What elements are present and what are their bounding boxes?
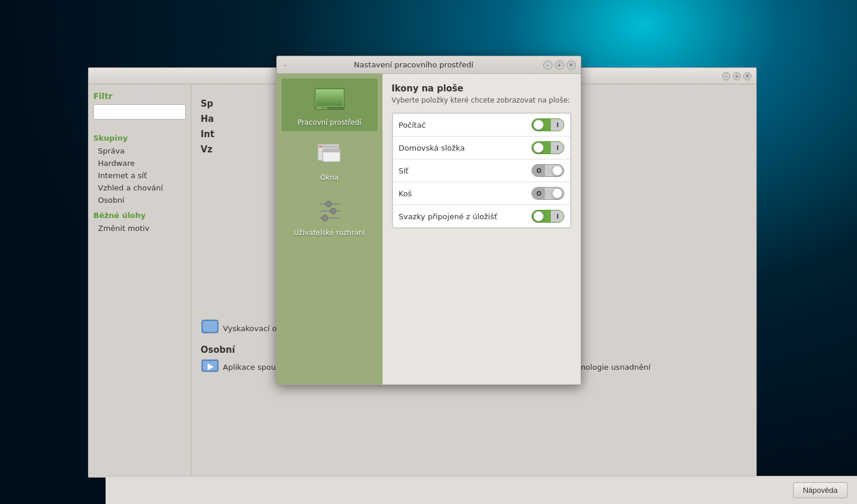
svg-rect-35 bbox=[316, 107, 322, 109]
modal-overlay: – Nastavení pracovního prostředí – + ✕ bbox=[0, 0, 857, 504]
svg-point-48 bbox=[322, 215, 328, 221]
toggle-row-kos: Koš O bbox=[392, 182, 571, 205]
modal-right-panel: Ikony na ploše Vyberte položky které chc… bbox=[382, 74, 581, 384]
toggle-row-svazky: Svazky připojené z úložišť I bbox=[392, 205, 571, 228]
modal-footer: Nápověda bbox=[106, 476, 857, 504]
svg-rect-42 bbox=[323, 149, 340, 152]
sit-toggle-label: O bbox=[537, 168, 542, 174]
svg-point-46 bbox=[330, 208, 336, 214]
desktop-env-icon bbox=[313, 83, 346, 116]
help-button[interactable]: Nápověda bbox=[793, 482, 848, 498]
sit-knob bbox=[552, 165, 563, 176]
svazky-knob bbox=[533, 211, 544, 222]
modal-minimize-button[interactable]: – bbox=[543, 60, 553, 70]
toggles-container: Počítač I Domovská složka I bbox=[392, 113, 571, 229]
modal-title: Nastavení pracovního prostředí bbox=[287, 60, 541, 69]
pocitac-toggle[interactable]: I bbox=[531, 118, 564, 131]
kos-label: Koš bbox=[399, 189, 531, 198]
sit-toggle[interactable]: O bbox=[531, 164, 564, 177]
pocitac-knob bbox=[533, 120, 544, 130]
modal-item-ui[interactable]: Uživatelské rozhraní bbox=[282, 189, 378, 241]
windows-icon bbox=[313, 138, 346, 171]
modal-left-panel: Pracovní prostředí Okna bbox=[277, 74, 382, 384]
home-label: Domovská složka bbox=[399, 144, 531, 152]
svazky-toggle[interactable]: I bbox=[531, 210, 564, 223]
modal-body: Pracovní prostředí Okna bbox=[277, 74, 581, 384]
kos-toggle-label: O bbox=[537, 190, 542, 197]
toggle-row-sit: Síť O bbox=[392, 159, 571, 182]
home-toggle-label: I bbox=[557, 145, 559, 151]
modal-section-subtitle: Vyberte položky které chcete zobrazovat … bbox=[392, 96, 571, 104]
modal-section-title: Ikony na ploše bbox=[392, 83, 571, 94]
toggle-row-home: Domovská složka I bbox=[392, 136, 571, 159]
ui-label: Uživatelské rozhraní bbox=[294, 229, 365, 237]
svg-point-44 bbox=[326, 201, 331, 207]
toggle-row-pocitac: Počítač I bbox=[392, 113, 571, 136]
home-toggle[interactable]: I bbox=[531, 141, 564, 154]
modal-close-button[interactable]: ✕ bbox=[567, 60, 576, 70]
pocitac-label: Počítač bbox=[399, 121, 531, 130]
svazky-label: Svazky připojené z úložišť bbox=[399, 212, 531, 221]
modal-item-windows[interactable]: Okna bbox=[282, 134, 378, 186]
svg-rect-33 bbox=[316, 90, 343, 106]
svazky-toggle-label: I bbox=[557, 213, 559, 220]
pocitac-toggle-label: I bbox=[557, 122, 559, 128]
modal-maximize-button[interactable]: + bbox=[555, 60, 564, 70]
windows-label: Okna bbox=[320, 173, 338, 182]
settings-modal: – Nastavení pracovního prostředí – + ✕ bbox=[276, 56, 581, 385]
kos-toggle[interactable]: O bbox=[531, 187, 564, 200]
ui-icon bbox=[313, 193, 346, 226]
kos-knob bbox=[552, 188, 563, 199]
desktop-env-label: Pracovní prostředí bbox=[297, 118, 361, 127]
home-knob bbox=[533, 142, 544, 153]
svg-rect-36 bbox=[323, 107, 327, 109]
sit-label: Síť bbox=[399, 166, 531, 175]
svg-rect-40 bbox=[319, 145, 321, 148]
modal-titlebar: – Nastavení pracovního prostředí – + ✕ bbox=[277, 56, 581, 74]
modal-item-desktop-env[interactable]: Pracovní prostředí bbox=[282, 79, 378, 131]
